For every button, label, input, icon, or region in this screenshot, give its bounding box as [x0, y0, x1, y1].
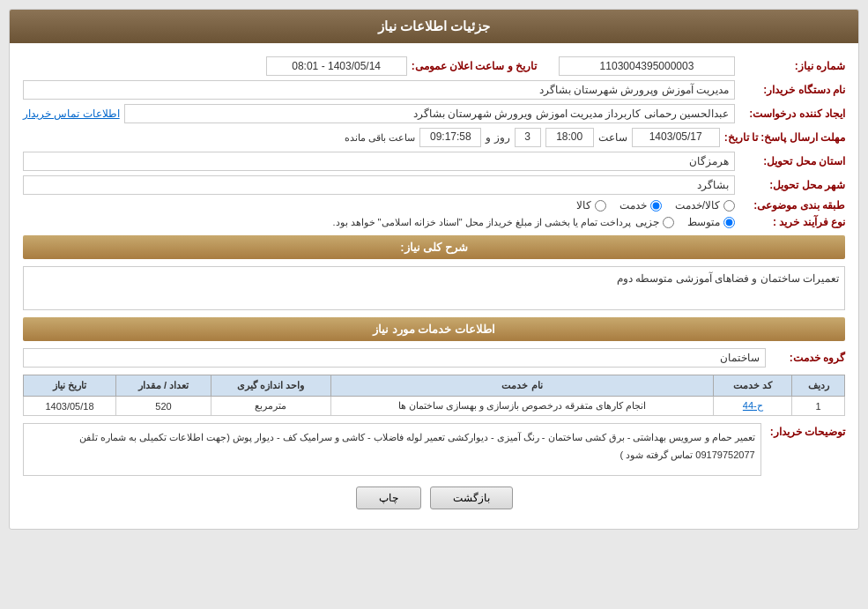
contact-link[interactable]: اطلاعات تماس خریدار: [23, 108, 120, 120]
category-radio-kala[interactable]: کالا: [576, 199, 606, 212]
need-description-box: تعمیرات ساختمان و فضاهای آموزشی متوسطه د…: [23, 266, 845, 310]
purchase-type-radio-group: متوسط جزیی: [635, 216, 735, 228]
creator-label: ایجاد کننده درخواست:: [739, 108, 845, 120]
cell-service-code[interactable]: ح-44: [714, 397, 792, 416]
category-radio-khedmat[interactable]: خدمت: [619, 199, 662, 212]
creator-value: عبدالحسین رحمانی کاربرداز مدیریت اموزش و…: [124, 104, 735, 123]
deadline-date: 1403/05/17: [632, 128, 720, 147]
announcement-date-value: 1403/05/14 - 08:01: [266, 56, 407, 76]
service-group-label: گروه خدمت:: [775, 352, 845, 364]
purchase-type-radio-jozi[interactable]: جزیی: [635, 216, 674, 228]
buyer-org-value: مدیریت آموزش وپرورش شهرستان بشاگرد: [23, 80, 735, 100]
buyer-org-row: نام دستگاه خریدار: مدیریت آموزش وپرورش ش…: [23, 80, 845, 100]
deadline-time: 18:00: [545, 128, 594, 147]
announcement-date-label: تاریخ و ساعت اعلان عمومی:: [412, 60, 537, 72]
city-row: شهر محل تحویل: بشاگرد: [23, 175, 845, 195]
city-value: بشاگرد: [23, 175, 735, 195]
province-row: استان محل تحویل: هرمزگان: [23, 152, 845, 171]
purchase-type-radio-motavasset[interactable]: متوسط: [687, 216, 735, 228]
need-number-row: شماره نیاز: 1103004395000003 تاریخ و ساع…: [23, 56, 845, 76]
cell-date: 1403/05/18: [24, 397, 116, 416]
buttons-row: بازگشت چاپ: [23, 486, 845, 509]
service-group-value: ساختمان: [23, 348, 766, 368]
col-service-code: کد خدمت: [714, 375, 792, 397]
service-group-row: گروه خدمت: ساختمان: [23, 348, 845, 368]
col-unit: واحد اندازه گیری: [211, 375, 331, 397]
deadline-time-label: ساعت: [598, 131, 627, 144]
need-description-container: تعمیرات ساختمان و فضاهای آموزشی متوسطه د…: [23, 266, 845, 310]
province-label: استان محل تحویل:: [739, 155, 845, 167]
deadline-remaining-label: ساعت باقی مانده: [345, 132, 415, 144]
col-service-name: نام خدمت: [330, 375, 714, 397]
deadline-row: مهلت ارسال پاسخ: تا تاریخ: 1403/05/17 سا…: [23, 128, 845, 147]
col-quantity: تعداد / مقدار: [116, 375, 211, 397]
category-radio-kala-khedmat[interactable]: کالا/خدمت: [675, 199, 735, 212]
col-row-num: ردیف: [792, 375, 845, 397]
panel-title: جزئیات اطلاعات نیاز: [10, 10, 858, 43]
deadline-days: 3: [515, 128, 541, 147]
cell-quantity: 520: [116, 397, 211, 416]
print-button[interactable]: چاپ: [356, 486, 421, 509]
purchase-type-row: نوع فرآیند خرید : متوسط جزیی پرداخت تمام…: [23, 216, 845, 228]
category-row: طبقه بندی موضوعی: کالا/خدمت خدمت کالا: [23, 199, 845, 212]
creator-row: ایجاد کننده درخواست: عبدالحسین رحمانی کا…: [23, 104, 845, 123]
deadline-remaining: 09:17:58: [419, 128, 481, 147]
cell-service-name: انجام کارهای متفرقه درخصوص بازسازی و بهس…: [330, 397, 714, 416]
city-label: شهر محل تحویل:: [739, 179, 845, 191]
col-date: تاریخ نیاز: [24, 375, 116, 397]
buyer-notes-label: توضیحات خریدار:: [770, 423, 845, 438]
category-label: طبقه بندی موضوعی:: [739, 199, 845, 212]
purchase-note: پرداخت تمام یا بخشی از مبلغ خریداز محل "…: [332, 217, 631, 228]
buyer-org-label: نام دستگاه خریدار:: [739, 84, 845, 96]
need-description-section-header: شرح کلی نیاز:: [23, 235, 845, 259]
province-value: هرمزگان: [23, 152, 735, 171]
deadline-days-label: روز و: [486, 131, 509, 144]
deadline-label: مهلت ارسال پاسخ: تا تاریخ:: [724, 131, 845, 144]
need-number-value: 1103004395000003: [559, 56, 735, 76]
cell-row-num: 1: [792, 397, 845, 416]
back-button[interactable]: بازگشت: [430, 486, 513, 509]
category-radio-group: کالا/خدمت خدمت کالا: [576, 199, 735, 212]
buyer-notes-box: تعمیر حمام و سرویس بهداشتی - برق کشی ساخ…: [23, 423, 761, 476]
cell-unit: مترمربع: [211, 397, 331, 416]
purchase-type-label: نوع فرآیند خرید :: [739, 216, 845, 228]
services-section-header: اطلاعات خدمات مورد نیاز: [23, 317, 845, 341]
need-number-label: شماره نیاز:: [739, 60, 845, 72]
buyer-notes-row: توضیحات خریدار: تعمیر حمام و سرویس بهداش…: [23, 423, 845, 476]
table-row: 1 ح-44 انجام کارهای متفرقه درخصوص بازساز…: [24, 397, 845, 416]
services-table: ردیف کد خدمت نام خدمت واحد اندازه گیری ت…: [23, 375, 845, 416]
